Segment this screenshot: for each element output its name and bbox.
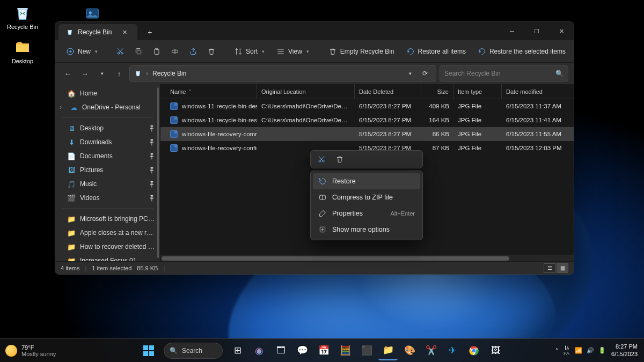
tray-overflow[interactable]: ˄ — [555, 348, 558, 353]
col-name[interactable]: Name˄ — [166, 84, 257, 99]
sidebar-recent-1[interactable]: 📁Apple closes at a new record high ju — [55, 226, 160, 240]
sidebar-documents[interactable]: 📄Documents — [55, 149, 160, 163]
share-button[interactable] — [185, 44, 202, 59]
address-bar[interactable]: › Recycle Bin ▾ ⟳ — [129, 65, 436, 82]
col-modified[interactable]: Date modified — [502, 84, 574, 99]
sidebar-downloads[interactable]: ⬇Downloads — [55, 135, 160, 149]
taskbar-search[interactable]: 🔍Search — [164, 343, 223, 359]
up-button[interactable]: ↑ — [112, 67, 126, 80]
delete-button[interactable] — [203, 44, 220, 59]
sidebar-music[interactable]: 🎵Music — [55, 177, 160, 191]
file-row[interactable]: windows-file-recovery-command 5/15/2023 … — [160, 127, 574, 141]
back-button[interactable]: ← — [61, 67, 75, 80]
column-headers[interactable]: Name˄ Original Location Date Deleted Siz… — [160, 84, 574, 99]
folder-icon: 📁 — [67, 242, 76, 251]
sidebar-home[interactable]: 🏠Home — [55, 86, 160, 100]
sidebar-pictures[interactable]: 🖼Pictures — [55, 163, 160, 177]
taskbar-app[interactable]: 🖼 — [486, 341, 505, 360]
taskbar-app[interactable]: ✈ — [443, 341, 462, 360]
taskbar-app[interactable]: 🎨 — [400, 341, 419, 360]
sidebar-recent-2[interactable]: 📁How to recover deleted files in Winc — [55, 240, 160, 254]
horizontal-scrollbar[interactable] — [160, 255, 574, 261]
file-row[interactable]: windows-11-recycle-bin-desktop C:\Users\… — [160, 99, 574, 113]
refresh-button[interactable]: ⟳ — [419, 67, 431, 80]
close-button[interactable]: ✕ — [549, 22, 574, 40]
system-tray[interactable]: 📶 🔊 🔋 — [575, 347, 606, 354]
copy-button[interactable] — [130, 44, 147, 59]
sidebar-desktop[interactable]: 🖥Desktop — [55, 121, 160, 135]
restore-selected-button[interactable]: Restore the selected items — [472, 44, 571, 59]
desktop-icon-desktop-folder[interactable]: Desktop — [2, 36, 43, 70]
details-view-button[interactable]: ☰ — [544, 263, 555, 273]
sort-button[interactable]: Sort▾ — [229, 44, 270, 59]
cut-button[interactable] — [112, 44, 129, 59]
taskbar-app[interactable]: 💬 — [292, 341, 312, 360]
clock[interactable]: 8:27 PM 6/15/2023 — [611, 343, 638, 357]
taskbar[interactable]: 79°F Mostly sunny 🔍Search ⊞ ◉ 🗔 💬 📅 🧮 ⬛ … — [0, 338, 644, 362]
breadcrumb-item[interactable]: Recycle Bin — [152, 70, 186, 77]
task-view-button[interactable]: ⊞ — [228, 341, 247, 360]
tiles-view-button[interactable]: ▦ — [557, 263, 568, 273]
new-button[interactable]: New▾ — [61, 44, 103, 59]
minimize-button[interactable]: ─ — [500, 22, 524, 40]
sidebar-onedrive[interactable]: ☁OneDrive - Personal — [55, 100, 160, 114]
image-icon — [83, 4, 101, 23]
sidebar-recent-3[interactable]: 📁Increased Focus 01 — [55, 254, 160, 261]
ctx-restore[interactable]: Restore — [313, 173, 420, 189]
volume-icon[interactable]: 🔊 — [587, 347, 594, 354]
tab-close-button[interactable]: ✕ — [119, 27, 130, 38]
zip-icon — [318, 193, 327, 202]
cut-icon[interactable] — [316, 154, 327, 165]
sidebar-recent-0[interactable]: 📁Microsoft is bringing PC Game Pass t — [55, 212, 160, 226]
start-button[interactable] — [139, 341, 158, 360]
sidebar-videos[interactable]: 🎬Videos — [55, 191, 160, 205]
rename-button[interactable] — [166, 44, 184, 59]
wifi-icon[interactable]: 📶 — [575, 347, 582, 354]
folder-icon: 📁 — [67, 228, 76, 237]
search-input[interactable] — [444, 70, 555, 77]
breadcrumb-separator: › — [146, 70, 148, 77]
sidebar[interactable]: 🏠Home ☁OneDrive - Personal 🖥Desktop ⬇Dow… — [55, 84, 160, 261]
download-icon: ⬇ — [67, 138, 76, 146]
view-button[interactable]: View▾ — [271, 44, 314, 59]
ctx-compress[interactable]: Compress to ZIP file — [313, 189, 420, 205]
status-bar: 4 items | 1 item selected 85.9 KB | ☰ ▦ — [55, 261, 574, 274]
file-row[interactable]: windows-11-recycle-bin-restore C:\Users\… — [160, 113, 574, 127]
paste-button[interactable] — [148, 44, 165, 59]
copilot-icon[interactable]: ◉ — [250, 341, 269, 360]
taskbar-app[interactable]: 🧮 — [335, 341, 355, 360]
address-dropdown[interactable]: ▾ — [404, 67, 416, 80]
recycle-bin-icon — [134, 70, 142, 77]
taskbar-app[interactable]: 📅 — [314, 341, 333, 360]
tab-recycle-bin[interactable]: Recycle Bin ✕ — [58, 24, 137, 40]
recent-dropdown[interactable]: ▾ — [95, 67, 109, 80]
battery-icon[interactable]: 🔋 — [598, 347, 606, 354]
maximize-button[interactable]: ☐ — [524, 22, 549, 40]
restore-all-button[interactable]: Restore all items — [401, 44, 471, 59]
search-box[interactable]: 🔍 — [440, 65, 568, 82]
folder-icon: 📁 — [67, 256, 76, 261]
delete-icon[interactable] — [334, 154, 345, 165]
taskbar-explorer[interactable]: 📁 — [378, 341, 398, 360]
taskbar-app[interactable]: 🗔 — [271, 341, 290, 360]
taskbar-app[interactable]: ⬛ — [357, 341, 376, 360]
language-indicator[interactable]: فا FA — [564, 345, 569, 357]
ctx-more-options[interactable]: Show more options — [313, 221, 420, 238]
weather-widget[interactable]: 79°F Mostly sunny — [5, 344, 56, 357]
col-type[interactable]: Item type — [453, 84, 502, 99]
desktop-icon-recycle-bin[interactable]: Recycle Bin — [2, 2, 43, 35]
taskbar-app[interactable]: ✂️ — [421, 341, 441, 360]
status-size: 85.9 KB — [137, 265, 158, 271]
titlebar[interactable]: Recycle Bin ✕ + ─ ☐ ✕ — [55, 22, 574, 40]
ctx-properties[interactable]: PropertiesAlt+Enter — [313, 205, 420, 221]
col-location[interactable]: Original Location — [257, 84, 355, 99]
forward-button[interactable]: → — [78, 67, 92, 80]
svg-point-17 — [472, 349, 476, 352]
col-deleted[interactable]: Date Deleted — [355, 84, 421, 99]
taskbar-chrome[interactable] — [464, 341, 484, 360]
empty-recycle-bin-button[interactable]: Empty Recycle Bin — [323, 44, 400, 59]
col-size[interactable]: Size — [421, 84, 453, 99]
new-tab-button[interactable]: + — [142, 24, 158, 40]
file-icon — [170, 144, 178, 152]
file-icon — [170, 130, 178, 138]
